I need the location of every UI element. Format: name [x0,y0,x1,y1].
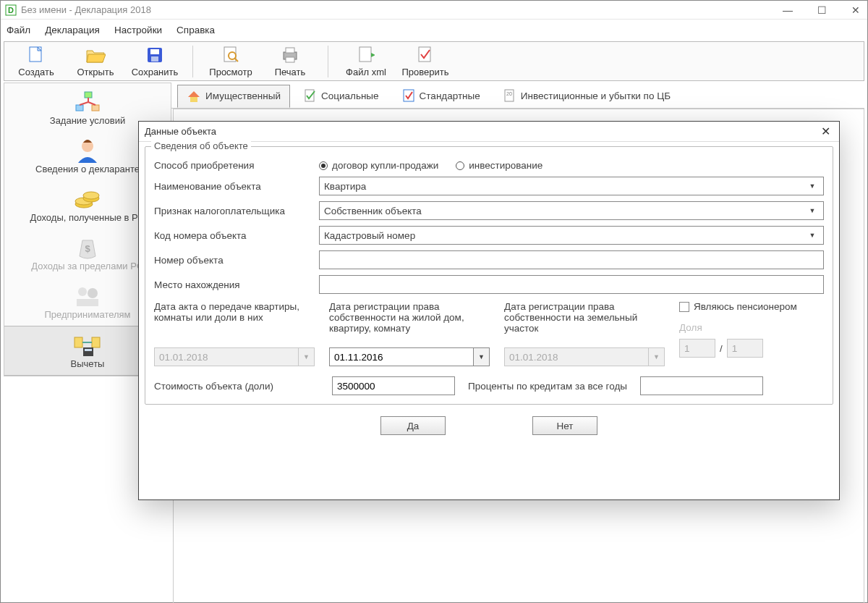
svg-rect-19 [76,105,83,111]
tool-open[interactable]: Открыть [69,45,122,77]
share-fraction: / [679,339,824,358]
menu-file[interactable]: Файл [7,25,30,35]
radio-dot-icon [319,161,328,170]
dialog-object-data: Данные объекта ✕ Сведения об объекте Спо… [138,121,840,500]
titlebar: D Без имени - Декларация 2018 — ☐ ✕ [1,1,867,20]
input-share-den [727,339,763,358]
input-cost[interactable] [332,376,455,395]
chevron-down-icon[interactable]: ▼ [474,347,490,366]
sidebar-label: Доходы за пределами РФ [31,261,143,271]
new-file-icon [26,45,46,65]
svg-line-22 [80,102,88,105]
button-yes[interactable]: Да [380,416,446,435]
label-taxpayer-sign: Признак налогоплательщика [154,206,319,216]
svg-point-28 [83,192,99,199]
tool-save[interactable]: Сохранить [129,45,181,77]
combo-taxpayer-sign[interactable]: Собственник объекта ▼ [319,201,824,220]
svg-rect-15 [359,47,371,62]
label-object-number: Номер объекта [154,255,319,266]
svg-rect-8 [151,56,158,62]
svg-rect-40 [305,90,314,101]
house-icon [187,90,201,103]
combo-object-code[interactable]: Кадастровый номер ▼ [319,226,824,245]
toolbar: Создать Открыть Сохранить Просмотр Печат… [4,41,864,81]
label-date-reg-house: Дата регистрации права собственности на … [329,301,490,342]
svg-rect-37 [85,349,92,351]
chevron-down-icon: ▼ [806,203,819,219]
svg-rect-34 [92,337,100,347]
date-act: ▼ [154,347,315,366]
svg-text:20: 20 [506,91,512,96]
groupbox-legend: Сведения об объекте [151,140,251,151]
menu-settings[interactable]: Настройки [114,25,162,35]
input-loan-pct[interactable] [640,376,763,395]
tab-property[interactable]: Имущественный [177,85,290,108]
tool-preview[interactable]: Просмотр [205,45,257,77]
tab-social[interactable]: Социальные [294,83,388,107]
tool-file-xml[interactable]: Файл xml [340,45,392,77]
svg-rect-20 [92,105,99,111]
svg-line-23 [88,102,95,105]
menu-declaration[interactable]: Декларация [45,25,100,35]
tool-create[interactable]: Создать [10,45,62,77]
conditions-icon [73,89,102,115]
dialog-buttons: Да Нет [139,416,839,435]
chevron-down-icon: ▼ [806,227,819,243]
sidebar-label: Сведения о декларанте [35,164,140,174]
chevron-down-icon: ▼ [299,347,315,366]
close-button[interactable]: ✕ [848,4,863,16]
menubar: Файл Декларация Настройки Справка [1,20,867,40]
svg-rect-41 [404,90,414,101]
save-icon [145,45,165,65]
dialog-title: Данные объекта [145,126,818,137]
tool-check[interactable]: Проверить [399,45,451,77]
document-icon: 20 [503,88,516,103]
input-location[interactable] [319,275,824,294]
svg-rect-39 [190,97,197,102]
svg-text:D: D [8,6,14,14]
dialog-titlebar: Данные объекта ✕ [139,122,839,142]
person-icon [73,138,102,164]
toolbar-separator [328,46,328,77]
label-date-act: Дата акта о передаче квартиры, комнаты и… [154,301,315,342]
label-object-code: Код номера объекта [154,230,319,241]
radio-dot-icon [456,161,464,170]
clipboard-check-icon [402,88,415,103]
checkbox-pensioner[interactable]: Являюсь пенсионером [679,301,824,312]
svg-rect-32 [77,299,98,306]
label-share: Доля [679,322,824,333]
input-date-reg-house[interactable] [329,347,474,366]
maximize-button[interactable]: ☐ [814,4,830,16]
radio-purchase[interactable]: договор купли-продажи [319,160,438,171]
groupbox-object-info: Сведения об объекте Способ приобретения … [145,146,833,405]
input-object-number[interactable] [319,250,824,269]
input-date-act [154,347,299,366]
minimize-button[interactable]: — [780,4,796,16]
svg-point-30 [78,287,87,296]
deductions-icon [73,332,102,358]
money-bag-icon: $ [73,235,102,261]
check-icon [415,45,435,65]
svg-marker-16 [371,53,375,57]
svg-rect-18 [85,92,92,98]
svg-rect-7 [150,49,159,54]
dialog-close-button[interactable]: ✕ [818,125,833,138]
toolbar-separator [192,46,193,77]
label-loan-pct: Проценты по кредитам за все годы [468,381,627,392]
label-object-name: Наименование объекта [154,181,319,192]
app-window: D Без имени - Декларация 2018 — ☐ ✕ Файл… [0,0,868,603]
sidebar-label: Задание условий [50,115,125,126]
folder-open-icon [85,45,106,65]
svg-rect-36 [83,347,93,356]
date-reg-house[interactable]: ▼ [329,347,490,366]
svg-rect-17 [419,47,430,62]
menu-help[interactable]: Справка [176,25,215,35]
tab-standard[interactable]: Стандартные [393,83,490,107]
tool-print[interactable]: Печать [264,45,316,77]
combo-object-name[interactable]: Квартира ▼ [319,177,824,195]
tab-invest[interactable]: 20 Инвестиционные и убытки по ЦБ [494,83,680,107]
radio-invest[interactable]: инвестирование [456,160,542,171]
sidebar-label: Предпринимателям [44,309,130,320]
chevron-down-icon: ▼ [806,178,819,194]
button-no[interactable]: Нет [532,416,597,435]
